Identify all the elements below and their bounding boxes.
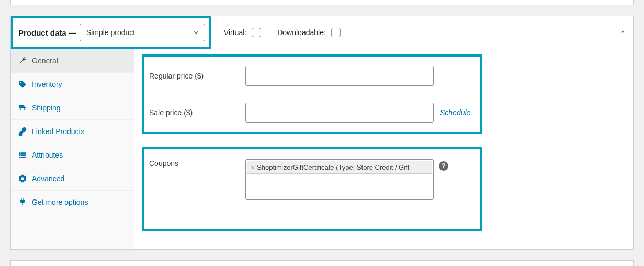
tab-label: Inventory (32, 80, 62, 88)
remove-token-icon[interactable]: × (251, 164, 255, 171)
tag-icon (18, 80, 27, 88)
panel-header: Product data — Simple product Virtual: D… (11, 16, 633, 49)
virtual-label: Virtual: (224, 28, 246, 37)
collapse-toggle[interactable] (619, 29, 626, 37)
product-data-panel: Product data — Simple product Virtual: D… (10, 16, 634, 250)
tab-attributes[interactable]: Attributes (11, 143, 134, 167)
tab-label: General (32, 57, 58, 65)
next-metabox-edge (10, 260, 634, 266)
sale-price-row: Sale price ($) Schedule (144, 99, 473, 126)
downloadable-field: Downloadable: (277, 26, 342, 39)
coupons-label: Coupons (149, 159, 245, 168)
product-type-select[interactable]: Simple product (80, 24, 205, 41)
regular-price-row: Regular price ($) (144, 63, 473, 89)
plug-icon (18, 198, 27, 206)
panel-title: Product data — (18, 28, 76, 37)
previous-metabox-edge (10, 0, 634, 5)
tab-label: Get more options (32, 198, 88, 206)
tab-label: Attributes (32, 151, 63, 159)
link-icon (18, 127, 27, 136)
downloadable-checkbox[interactable] (331, 28, 341, 37)
tab-general[interactable]: General (11, 49, 134, 73)
coupon-token[interactable]: × ShoptimizerGiftCertificate (Type: Stor… (247, 161, 432, 174)
product-type-select-wrap: Simple product (80, 24, 205, 41)
virtual-field: Virtual: (224, 26, 263, 39)
truck-icon (18, 104, 27, 112)
schedule-link[interactable]: Schedule (440, 108, 470, 117)
panel-body: General Inventory Shipping Linked Produc… (11, 49, 633, 249)
list-icon (18, 151, 27, 159)
regular-price-input[interactable] (245, 66, 434, 86)
tab-label: Linked Products (32, 127, 84, 136)
price-group-highlight: Regular price ($) Sale price ($) Schedul… (142, 54, 482, 134)
tab-linked-products[interactable]: Linked Products (11, 120, 134, 143)
regular-price-label: Regular price ($) (149, 72, 245, 80)
sale-price-input[interactable] (245, 103, 434, 123)
virtual-checkbox[interactable] (252, 28, 261, 37)
tab-content-general: Regular price ($) Sale price ($) Schedul… (134, 49, 633, 249)
gear-icon (18, 174, 27, 183)
sale-price-label: Sale price ($) (149, 108, 245, 117)
tab-label: Shipping (32, 104, 61, 112)
tab-advanced[interactable]: Advanced (11, 167, 134, 191)
coupon-token-label: ShoptimizerGiftCertificate (Type: Store … (257, 163, 409, 171)
wrench-icon (18, 57, 27, 65)
caret-up-icon (619, 29, 626, 35)
tab-get-more[interactable]: Get more options (11, 191, 134, 214)
product-data-tabs: General Inventory Shipping Linked Produc… (11, 49, 134, 249)
tab-shipping[interactable]: Shipping (11, 96, 134, 120)
help-icon[interactable]: ? (439, 161, 448, 171)
tab-inventory[interactable]: Inventory (11, 73, 134, 96)
downloadable-label: Downloadable: (277, 28, 326, 37)
coupons-group-highlight: Coupons × ShoptimizerGiftCertificate (Ty… (142, 147, 482, 231)
product-flags: Virtual: Downloadable: (224, 26, 342, 39)
product-type-highlight: Product data — Simple product (11, 16, 211, 49)
coupons-row: Coupons × ShoptimizerGiftCertificate (Ty… (144, 156, 473, 203)
tab-label: Advanced (32, 174, 64, 183)
coupons-input[interactable]: × ShoptimizerGiftCertificate (Type: Stor… (245, 159, 434, 200)
